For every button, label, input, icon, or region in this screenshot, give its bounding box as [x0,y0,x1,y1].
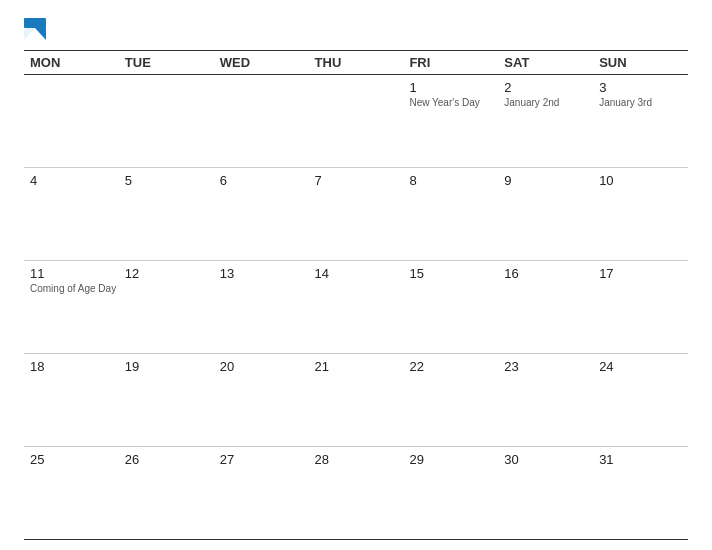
day-number: 7 [315,173,404,188]
day-number: 30 [504,452,593,467]
day-number: 13 [220,266,309,281]
day-cell: 17 [593,261,688,353]
week-row-5: 25262728293031 [24,447,688,540]
weekday-sun: SUN [593,55,688,70]
day-number: 15 [409,266,498,281]
day-number: 5 [125,173,214,188]
day-event: January 3rd [599,96,688,109]
day-cell: 16 [498,261,593,353]
day-number: 14 [315,266,404,281]
day-cell: 13 [214,261,309,353]
day-number: 25 [30,452,119,467]
day-number: 2 [504,80,593,95]
day-number: 28 [315,452,404,467]
day-number: 9 [504,173,593,188]
day-cell: 23 [498,354,593,446]
weekday-mon: MON [24,55,119,70]
day-cell: 15 [403,261,498,353]
week-row-3: 11Coming of Age Day121314151617 [24,261,688,354]
day-number: 16 [504,266,593,281]
logo-icon [24,18,46,40]
day-cell: 19 [119,354,214,446]
day-event: New Year's Day [409,96,498,109]
day-number: 6 [220,173,309,188]
week-row-1: 1New Year's Day2January 2nd3January 3rd [24,75,688,168]
weekdays-row: MON TUE WED THU FRI SAT SUN [24,51,688,75]
logo [24,18,50,40]
day-cell: 18 [24,354,119,446]
day-number: 4 [30,173,119,188]
day-cell [119,75,214,167]
day-number: 23 [504,359,593,374]
day-cell: 25 [24,447,119,539]
day-number: 21 [315,359,404,374]
day-cell: 4 [24,168,119,260]
weekday-tue: TUE [119,55,214,70]
day-cell: 1New Year's Day [403,75,498,167]
day-event: January 2nd [504,96,593,109]
day-cell [214,75,309,167]
day-cell: 31 [593,447,688,539]
week-row-2: 45678910 [24,168,688,261]
svg-rect-0 [24,18,46,28]
day-cell: 20 [214,354,309,446]
day-cell: 2January 2nd [498,75,593,167]
day-number: 8 [409,173,498,188]
weeks-container: 1New Year's Day2January 2nd3January 3rd4… [24,75,688,540]
day-number: 22 [409,359,498,374]
week-row-4: 18192021222324 [24,354,688,447]
day-cell: 24 [593,354,688,446]
day-cell: 10 [593,168,688,260]
day-cell: 22 [403,354,498,446]
day-cell: 7 [309,168,404,260]
day-cell: 11Coming of Age Day [24,261,119,353]
day-number: 29 [409,452,498,467]
day-event: Coming of Age Day [30,282,119,295]
day-cell [24,75,119,167]
header-row [24,18,688,40]
day-cell: 21 [309,354,404,446]
day-cell: 27 [214,447,309,539]
day-number: 27 [220,452,309,467]
day-number: 1 [409,80,498,95]
day-cell: 5 [119,168,214,260]
weekday-sat: SAT [498,55,593,70]
weekday-wed: WED [214,55,309,70]
day-number: 19 [125,359,214,374]
day-cell: 26 [119,447,214,539]
day-cell: 9 [498,168,593,260]
day-number: 3 [599,80,688,95]
day-cell [309,75,404,167]
weekday-thu: THU [309,55,404,70]
day-number: 18 [30,359,119,374]
svg-marker-1 [35,28,46,40]
weekday-fri: FRI [403,55,498,70]
day-number: 24 [599,359,688,374]
day-number: 12 [125,266,214,281]
day-cell: 29 [403,447,498,539]
day-cell: 6 [214,168,309,260]
day-number: 10 [599,173,688,188]
day-number: 17 [599,266,688,281]
day-cell: 14 [309,261,404,353]
day-cell: 3January 3rd [593,75,688,167]
day-number: 20 [220,359,309,374]
day-cell: 28 [309,447,404,539]
day-number: 26 [125,452,214,467]
day-number: 31 [599,452,688,467]
day-cell: 8 [403,168,498,260]
svg-marker-2 [24,28,35,40]
day-number: 11 [30,266,119,281]
calendar-container: MON TUE WED THU FRI SAT SUN 1New Year's … [0,0,712,550]
day-cell: 30 [498,447,593,539]
day-cell: 12 [119,261,214,353]
